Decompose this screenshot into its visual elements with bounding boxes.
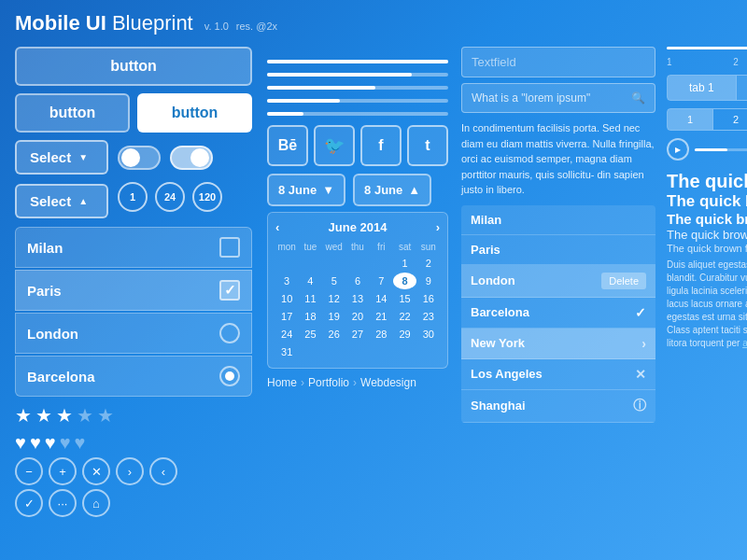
typo-link[interactable]: aphore.com [742, 338, 747, 348]
slider-4[interactable] [267, 99, 448, 103]
home-icon-circle[interactable]: ⌂ [82, 489, 110, 517]
search-icon[interactable]: 🔍 [631, 91, 645, 105]
list-item3-shanghai[interactable]: Shanghai ⓘ [461, 390, 655, 423]
stars-rating[interactable]: ★ ★ ★ ★ ★ [15, 404, 252, 427]
slider-track-col4[interactable] [667, 47, 747, 49]
cal-day-7[interactable]: 7 [370, 273, 392, 289]
breadcrumb-portfolio[interactable]: Portfolio [308, 376, 349, 389]
list-item-milan[interactable]: Milan [15, 227, 252, 268]
cal-day-5[interactable]: 5 [323, 273, 345, 289]
list-item3-barcelona[interactable]: Barcelona ✓ [461, 298, 655, 329]
heart-4-empty[interactable]: ♥ [60, 432, 71, 454]
cal-day-23[interactable]: 23 [417, 308, 440, 325]
chevron-left-icon-circle[interactable]: ‹ [149, 457, 177, 485]
list-item3-losangeles[interactable]: Los Angeles ✕ [461, 359, 655, 390]
audio-progress-bar[interactable] [695, 148, 747, 151]
list-item3-london[interactable]: London Delete [461, 265, 655, 298]
cal-day-30[interactable]: 30 [417, 326, 440, 343]
toggle-off[interactable] [118, 146, 161, 170]
slider-2[interactable] [267, 73, 448, 77]
tab-1[interactable]: tab 1 [668, 76, 736, 100]
cal-day-12[interactable]: 12 [323, 290, 345, 307]
breadcrumb-home[interactable]: Home [267, 376, 297, 389]
cal-day-11[interactable]: 11 [299, 290, 321, 307]
star-5[interactable]: ★ [97, 404, 114, 427]
heart-3-filled[interactable]: ♥ [45, 432, 56, 454]
list-item-london[interactable]: London [15, 313, 252, 354]
toggle-on[interactable] [170, 146, 213, 170]
radio-barcelona-selected[interactable] [219, 366, 240, 386]
x-icon-circle[interactable]: ✕ [82, 457, 110, 485]
cal-day-24[interactable]: 24 [275, 326, 298, 343]
next-month-button[interactable]: › [436, 220, 440, 234]
tab-2[interactable]: tab 2 [737, 76, 748, 100]
plus-icon-circle[interactable]: + [49, 457, 77, 485]
cal-day-4[interactable]: 4 [299, 273, 321, 289]
date-picker-2[interactable]: 8 June ▲ [353, 174, 431, 206]
list-item-barcelona[interactable]: Barcelona [15, 356, 252, 397]
cal-day-21[interactable]: 21 [370, 308, 392, 325]
list-item3-milan[interactable]: Milan [461, 205, 655, 235]
list-item3-paris[interactable]: Paris [461, 235, 655, 265]
cal-day-20[interactable]: 20 [346, 308, 369, 325]
textfield-input[interactable]: Textfield [461, 47, 655, 77]
checkbox-milan[interactable] [219, 237, 240, 258]
cal-day-19[interactable]: 19 [323, 308, 345, 325]
cal-day-10[interactable]: 10 [275, 290, 298, 307]
play-button[interactable]: ▶ [667, 138, 689, 161]
cal-day-8-today[interactable]: 8 [393, 273, 416, 289]
radio-london[interactable] [219, 323, 240, 343]
seg-num-2[interactable]: 2 [713, 109, 747, 130]
col4-slider[interactable] [667, 47, 747, 49]
cal-day-1[interactable]: 1 [393, 255, 416, 272]
slider-3[interactable] [267, 86, 448, 90]
cal-day-15[interactable]: 15 [393, 290, 416, 307]
cal-day-17[interactable]: 17 [275, 308, 298, 325]
cal-day-13[interactable]: 13 [346, 290, 369, 307]
checkbox-paris-checked[interactable]: ✓ [219, 280, 240, 301]
cal-day-6[interactable]: 6 [346, 273, 369, 289]
heart-1-filled[interactable]: ♥ [15, 432, 26, 454]
cal-day-18[interactable]: 18 [299, 308, 321, 325]
cal-day-16[interactable]: 16 [417, 290, 440, 307]
star-2[interactable]: ★ [35, 404, 52, 427]
tumblr-button[interactable]: t [407, 125, 448, 166]
cal-day-27[interactable]: 27 [346, 326, 369, 343]
dots-icon-circle[interactable]: ··· [49, 489, 77, 517]
minus-icon-circle[interactable]: − [15, 457, 43, 485]
cal-day-25[interactable]: 25 [299, 326, 321, 343]
cal-day-2[interactable]: 2 [417, 255, 440, 272]
twitter-button[interactable]: 🐦 [314, 125, 355, 166]
cal-day-28[interactable]: 28 [370, 326, 392, 343]
heart-2-filled[interactable]: ♥ [30, 432, 41, 454]
slider-1[interactable] [267, 60, 448, 63]
slider-5[interactable] [267, 112, 448, 116]
cal-day-22[interactable]: 22 [393, 308, 416, 325]
cal-day-14[interactable]: 14 [370, 290, 392, 307]
chevron-right-icon-circle[interactable]: › [116, 457, 144, 485]
select-dropdown-1[interactable]: Select ▼ [15, 140, 108, 175]
button-left[interactable]: button [15, 93, 130, 133]
star-1[interactable]: ★ [15, 404, 32, 427]
behance-button[interactable]: Bē [267, 125, 308, 166]
select-dropdown-2[interactable]: Select ▲ [15, 184, 108, 218]
heart-5-empty[interactable]: ♥ [75, 432, 86, 454]
cal-day-31[interactable]: 31 [275, 343, 298, 360]
button-full[interactable]: button [15, 47, 252, 86]
star-3[interactable]: ★ [56, 404, 73, 427]
date-picker-1[interactable]: 8 June ▼ [267, 174, 345, 206]
cal-day-9[interactable]: 9 [417, 273, 440, 289]
list-item3-newyork[interactable]: New York › [461, 329, 655, 359]
list-item-paris[interactable]: Paris ✓ [15, 270, 252, 311]
facebook-button[interactable]: f [360, 125, 402, 166]
search-field[interactable]: What is a "lorem ipsum" 🔍 [461, 83, 655, 113]
delete-button-london[interactable]: Delete [601, 273, 646, 289]
cal-day-26[interactable]: 26 [323, 326, 345, 343]
star-4[interactable]: ★ [77, 404, 93, 427]
checkmark-icon-circle[interactable]: ✓ [15, 489, 43, 517]
seg-num-1[interactable]: 1 [668, 109, 712, 130]
button-right-white[interactable]: button [137, 93, 252, 133]
cal-day-29[interactable]: 29 [393, 326, 416, 343]
cal-day-3[interactable]: 3 [275, 273, 298, 289]
breadcrumb-webdesign[interactable]: Webdesign [360, 376, 416, 389]
